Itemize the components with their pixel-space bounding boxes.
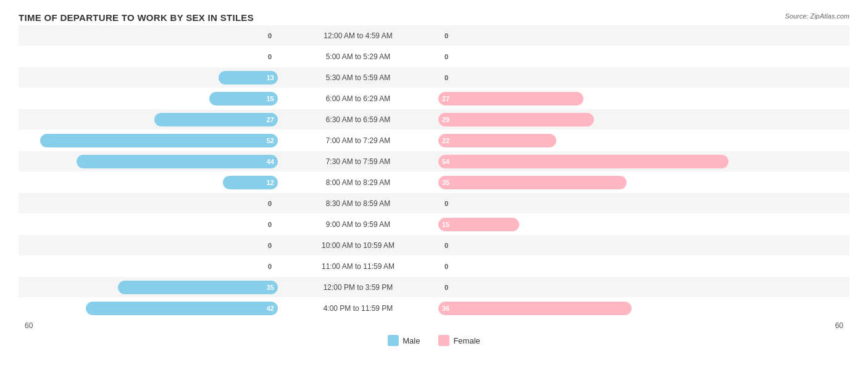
right-section: 0	[438, 235, 849, 255]
time-range-label: 7:30 AM to 7:59 AM	[278, 157, 438, 166]
left-section: 27	[19, 109, 278, 130]
legend-male-box	[388, 335, 399, 346]
bar-female: 35	[438, 176, 627, 189]
table-row: 011:00 AM to 11:59 AM0	[19, 256, 849, 276]
table-row: 276:30 AM to 6:59 AM29	[19, 109, 849, 130]
legend-male-label: Male	[403, 336, 420, 345]
legend-female-label: Female	[453, 336, 480, 345]
female-zero-label: 0	[444, 53, 448, 60]
time-range-label: 8:00 AM to 8:29 AM	[278, 178, 438, 187]
bar-female: 29	[438, 113, 594, 126]
bar-male: 35	[118, 281, 278, 294]
left-section: 0	[19, 193, 278, 213]
female-zero-label: 0	[444, 242, 448, 249]
right-section: 36	[438, 298, 849, 318]
axis-right-val: 60	[835, 321, 843, 330]
male-value-label: 27	[263, 116, 278, 123]
left-section: 0	[19, 25, 278, 46]
bar-female: 54	[438, 155, 728, 168]
female-value-label: 29	[438, 116, 453, 123]
female-zero-label: 0	[444, 263, 448, 270]
right-section: 0	[438, 46, 849, 67]
right-section: 0	[438, 277, 849, 297]
right-section: 35	[438, 172, 849, 192]
right-section: 0	[438, 67, 849, 88]
right-section: 27	[438, 88, 849, 109]
left-section: 15	[19, 88, 278, 109]
left-section: 13	[19, 67, 278, 88]
male-value-label: 15	[263, 95, 278, 102]
table-row: 128:00 AM to 8:29 AM35	[19, 172, 849, 192]
bar-female: 15	[438, 218, 519, 231]
bar-male: 52	[40, 134, 278, 147]
table-row: 135:30 AM to 5:59 AM0	[19, 67, 849, 88]
female-zero-label: 0	[444, 74, 448, 81]
time-range-label: 6:30 AM to 6:59 AM	[278, 115, 438, 124]
male-zero-label: 0	[268, 53, 272, 60]
right-section: 15	[438, 214, 849, 234]
right-section: 0	[438, 256, 849, 276]
left-section: 0	[19, 46, 278, 67]
time-range-label: 10:00 AM to 10:59 AM	[278, 241, 438, 250]
female-value-label: 22	[438, 137, 453, 144]
female-value-label: 27	[438, 95, 453, 102]
right-section: 29	[438, 109, 849, 130]
bar-male: 15	[209, 92, 278, 105]
bar-male: 27	[154, 113, 278, 126]
male-zero-label: 0	[268, 32, 272, 39]
chart-container: TIME OF DEPARTURE TO WORK BY SEX IN STIL…	[0, 0, 868, 367]
male-zero-label: 0	[268, 200, 272, 207]
left-section: 44	[19, 151, 278, 171]
legend: Male Female	[19, 335, 849, 346]
time-range-label: 11:00 AM to 11:59 AM	[278, 262, 438, 271]
table-row: 156:00 AM to 6:29 AM27	[19, 88, 849, 109]
right-section: 22	[438, 130, 849, 151]
table-row: 3512:00 PM to 3:59 PM0	[19, 277, 849, 297]
left-section: 52	[19, 130, 278, 151]
time-range-label: 12:00 PM to 3:59 PM	[278, 283, 438, 292]
table-row: 010:00 AM to 10:59 AM0	[19, 235, 849, 255]
table-row: 05:00 AM to 5:29 AM0	[19, 46, 849, 67]
female-value-label: 35	[438, 179, 453, 186]
time-range-label: 5:30 AM to 5:59 AM	[278, 73, 438, 82]
time-range-label: 9:00 AM to 9:59 AM	[278, 220, 438, 229]
right-section: 54	[438, 151, 849, 171]
female-zero-label: 0	[444, 32, 448, 39]
male-value-label: 12	[263, 179, 278, 186]
female-value-label: 54	[438, 158, 453, 165]
right-section: 0	[438, 193, 849, 213]
table-row: 447:30 AM to 7:59 AM54	[19, 151, 849, 171]
time-range-label: 12:00 AM to 4:59 AM	[278, 31, 438, 40]
table-row: 424:00 PM to 11:59 PM36	[19, 298, 849, 318]
right-section: 0	[438, 25, 849, 46]
male-value-label: 35	[263, 284, 278, 291]
legend-female: Female	[438, 335, 480, 346]
left-section: 0	[19, 214, 278, 234]
bar-male: 13	[219, 71, 278, 85]
chart-title: TIME OF DEPARTURE TO WORK BY SEX IN STIL…	[19, 12, 849, 23]
time-range-label: 5:00 AM to 5:29 AM	[278, 52, 438, 61]
table-row: 527:00 AM to 7:29 AM22	[19, 130, 849, 151]
legend-male: Male	[388, 335, 420, 346]
female-value-label: 15	[438, 221, 453, 228]
time-range-label: 8:30 AM to 8:59 AM	[278, 199, 438, 208]
time-range-label: 7:00 AM to 7:29 AM	[278, 136, 438, 145]
legend-female-box	[438, 335, 449, 346]
table-row: 09:00 AM to 9:59 AM15	[19, 214, 849, 234]
bar-female: 22	[438, 134, 556, 147]
bar-male: 44	[77, 155, 278, 168]
time-range-label: 4:00 PM to 11:59 PM	[278, 304, 438, 313]
table-row: 08:30 AM to 8:59 AM0	[19, 193, 849, 213]
left-section: 0	[19, 235, 278, 255]
left-section: 35	[19, 277, 278, 297]
male-value-label: 42	[263, 305, 278, 312]
male-zero-label: 0	[268, 263, 272, 270]
male-zero-label: 0	[268, 242, 272, 249]
female-zero-label: 0	[444, 200, 448, 207]
bar-female: 27	[438, 92, 583, 105]
source-text: Source: ZipAtlas.com	[785, 12, 849, 20]
bar-male: 42	[86, 302, 278, 315]
time-range-label: 6:00 AM to 6:29 AM	[278, 94, 438, 103]
chart-rows: 012:00 AM to 4:59 AM005:00 AM to 5:29 AM…	[19, 25, 849, 319]
male-value-label: 13	[263, 74, 278, 81]
